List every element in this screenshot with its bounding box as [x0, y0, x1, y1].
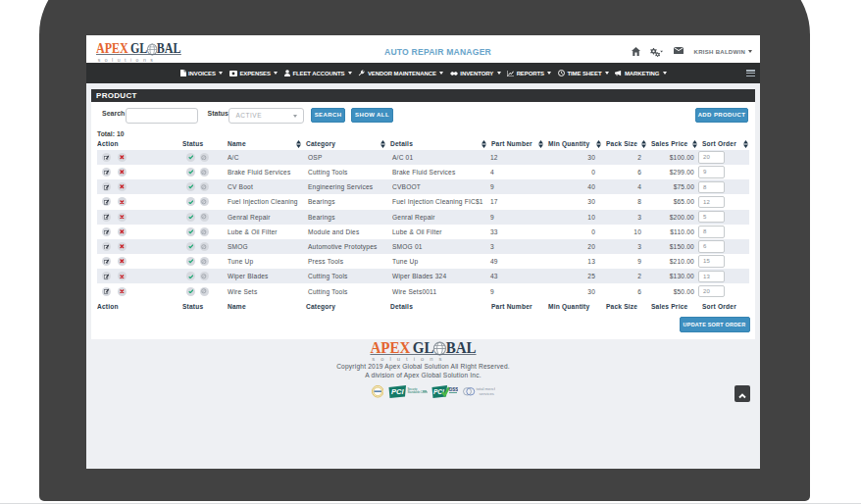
- svg-text:services: services: [480, 391, 494, 396]
- svg-text:PCI: PCI: [391, 387, 404, 396]
- svg-text:DSS: DSS: [449, 387, 458, 392]
- svg-text:Security: Security: [408, 386, 419, 390]
- svg-text:Standards Council: Standards Council: [408, 389, 429, 393]
- svg-text:total merchant: total merchant: [477, 386, 496, 391]
